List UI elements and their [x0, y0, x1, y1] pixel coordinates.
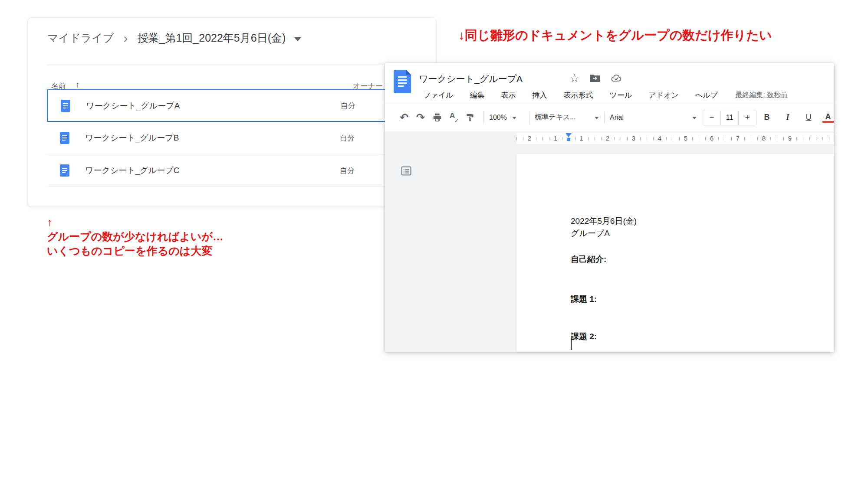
sort-ascending-icon[interactable]: ↑ [76, 80, 80, 90]
screenshot-stage: ↓同じ雛形のドキュメントをグループの数だけ作りたい ↑ グループの数が少なければ… [0, 0, 868, 488]
ruler-number: 8 [751, 133, 777, 144]
breadcrumb-divider [47, 65, 436, 65]
menu-item[interactable]: ヘルプ [691, 90, 722, 100]
chevron-down-icon [692, 117, 697, 119]
bold-button[interactable]: B [756, 113, 777, 122]
toolbar-divider [604, 111, 605, 124]
annotation-top: ↓同じ雛形のドキュメントをグループの数だけ作りたい [458, 27, 772, 44]
ruler-number: 4 [647, 133, 673, 144]
file-owner: 自分 [340, 166, 355, 176]
ruler-number: 2 [516, 133, 542, 144]
file-name: ワークシート_グループC [85, 165, 179, 176]
menu-item[interactable]: ツール [605, 90, 637, 100]
toolbar-divider [529, 111, 529, 124]
underline-button[interactable]: U [798, 113, 819, 122]
file-owner: 自分 [340, 133, 355, 143]
ruler-number: 6 [699, 133, 725, 144]
ruler-page-band: 21 123456789 [516, 133, 834, 144]
decrease-font-size-button[interactable]: − [703, 113, 720, 122]
ruler-number: 7 [725, 133, 751, 144]
file-name: ワークシート_グループB [85, 132, 179, 144]
breadcrumb: マイドライブ › 授業_第1回_2022年5月6日(金) [47, 31, 301, 45]
text-cursor [571, 340, 572, 350]
toolbar: ↶ ↷ A ✓ 100% [385, 103, 834, 131]
ruler: 21 123456789 [385, 131, 834, 145]
ruler-number: 1 [569, 133, 595, 144]
doc-line-section1: 自己紹介: [571, 254, 606, 265]
docs-window: ワークシート_グループA ☆ ファイル編集表示挿入表示形式ツールアドオンヘルプ … [385, 63, 834, 352]
annotation-left: ↑ グループの数が少なければよいが… いくつものコピーを作るのは大変 [47, 215, 224, 258]
menu-item[interactable]: 編集 [466, 90, 489, 100]
last-edit-link[interactable]: 最終編集: 数秒前 [735, 91, 788, 100]
indent-marker[interactable] [566, 133, 572, 144]
print-button[interactable] [429, 113, 445, 122]
undo-button[interactable]: ↶ [396, 112, 412, 123]
google-docs-app-icon[interactable] [394, 70, 411, 93]
redo-button[interactable]: ↷ [412, 112, 429, 123]
font-size-stepper: − 11 + [703, 110, 756, 125]
annotation-left-line1: グループの数が少なければよいが… [47, 229, 224, 244]
docs-icon-fold [406, 70, 411, 75]
ruler-number: 3 [621, 133, 647, 144]
document-outline-icon[interactable] [400, 165, 413, 179]
annotation-up-arrow: ↑ [47, 215, 224, 229]
ruler-number: 9 [777, 133, 803, 144]
font-size-value[interactable]: 11 [720, 110, 739, 125]
paint-format-button[interactable] [462, 113, 478, 122]
toolbar-divider [483, 111, 484, 124]
chevron-down-icon [512, 117, 516, 119]
menu-item[interactable]: 表示形式 [559, 90, 598, 100]
file-owner: 自分 [341, 101, 355, 111]
cloud-saved-icon[interactable] [611, 73, 622, 83]
file-row[interactable]: ワークシート_グループA 自分 [47, 89, 436, 122]
doc-line-section3: 課題 2: [571, 331, 597, 342]
folder-dropdown-icon[interactable] [294, 37, 301, 41]
document-title[interactable]: ワークシート_グループA [419, 73, 523, 85]
menu-item[interactable]: ファイル [419, 90, 458, 100]
google-docs-file-icon [61, 100, 70, 112]
paragraph-style-select[interactable]: 標準テキス... [535, 113, 599, 122]
file-row[interactable]: ワークシート_グループC 自分 [47, 154, 436, 187]
google-docs-file-icon [60, 164, 69, 177]
drive-panel: マイドライブ › 授業_第1回_2022年5月6日(金) 名前 ↑ オーナー ワ… [27, 17, 436, 207]
file-list: ワークシート_グループA 自分 ワークシート_グループB 自分 ワークシート_グ… [47, 89, 436, 187]
document-canvas: 2022年5月6日(金) グループA 自己紹介: 課題 1: 課題 2: [385, 145, 834, 352]
chevron-down-icon [595, 117, 599, 119]
menu-item[interactable]: 表示 [497, 90, 520, 100]
increase-font-size-button[interactable]: + [739, 113, 756, 122]
doc-line-date: 2022年5月6日(金) [571, 216, 637, 227]
breadcrumb-current-folder[interactable]: 授業_第1回_2022年5月6日(金) [138, 31, 286, 45]
ruler-number: 5 [673, 133, 699, 144]
doc-line-group: グループA [571, 228, 610, 239]
file-row[interactable]: ワークシート_グループB 自分 [47, 122, 436, 154]
menu-item[interactable]: 挿入 [528, 90, 552, 100]
menu-item[interactable]: アドオン [644, 90, 683, 100]
breadcrumb-my-drive[interactable]: マイドライブ [47, 31, 114, 45]
ruler-number: 1 [542, 133, 569, 144]
file-name: ワークシート_グループA [86, 100, 180, 111]
annotation-left-line2: いくつものコピーを作るのは大変 [47, 244, 224, 258]
google-docs-file-icon [60, 132, 69, 144]
zoom-select[interactable]: 100% [489, 114, 524, 121]
star-icon[interactable]: ☆ [569, 72, 579, 84]
document-page[interactable]: 2022年5月6日(金) グループA 自己紹介: 課題 1: 課題 2: [516, 154, 834, 352]
text-color-button[interactable]: A [822, 112, 834, 123]
font-select[interactable]: Arial [610, 114, 697, 121]
breadcrumb-chevron-icon: › [124, 33, 128, 43]
italic-button[interactable]: I [777, 113, 798, 122]
menu-bar: ファイル編集表示挿入表示形式ツールアドオンヘルプ 最終編集: 数秒前 [419, 87, 788, 103]
doc-line-section2: 課題 1: [571, 294, 597, 305]
ruler-number: 2 [595, 133, 621, 144]
spellcheck-button[interactable]: A ✓ [445, 112, 462, 123]
move-to-folder-icon[interactable] [590, 74, 600, 82]
title-action-icons: ☆ [569, 72, 622, 84]
